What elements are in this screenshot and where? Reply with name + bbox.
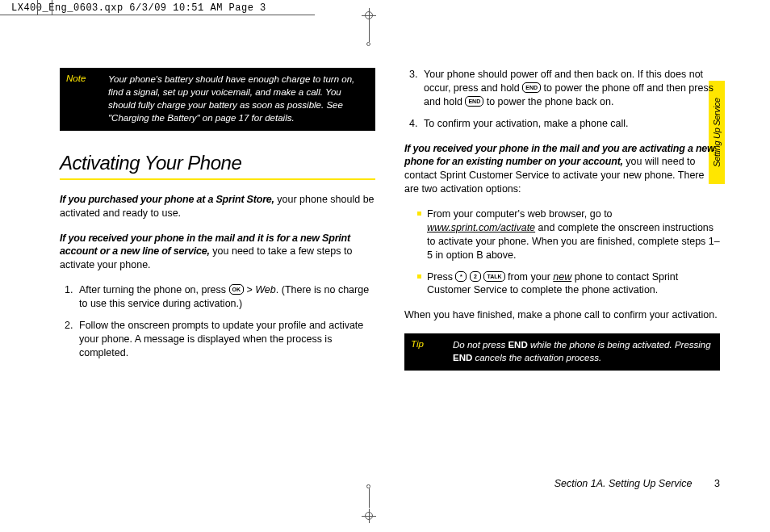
lead-emphasis: If you purchased your phone at a Sprint … (60, 194, 274, 205)
page-spread: Note Your phone's battery should have en… (60, 68, 720, 488)
key-icon: * (455, 271, 467, 282)
tip-text: Do not press END while the phone is bein… (453, 338, 714, 364)
menu-item: Web (255, 284, 275, 295)
footer-section: Section 1A. Setting Up Service (554, 478, 693, 489)
bullet-list: From your computer's web browser, go to … (404, 207, 720, 297)
bullet-text: Press (427, 271, 455, 283)
crop-mark (369, 23, 370, 42)
tip-text-part: cancels the activation process. (472, 353, 601, 362)
key-icon: END (522, 82, 541, 93)
step-text: > (244, 284, 255, 295)
step-item: Your phone should power off and then bac… (421, 68, 720, 109)
qxp-header: LX400_Eng_0603.qxp 6/3/09 10:51 AM Page … (0, 0, 770, 16)
bullet-item: From your computer's web browser, go to … (417, 207, 720, 262)
page-number: 3 (714, 478, 720, 489)
ordered-steps: Your phone should power off and then bac… (404, 68, 720, 131)
crop-mark (0, 15, 315, 15)
step-text: to power the phone back on. (483, 96, 613, 107)
note-callout: Note Your phone's battery should have en… (60, 68, 375, 131)
paragraph: When you have finished, make a phone cal… (404, 308, 720, 322)
bullet-item: Press * 2 TALK from your new phone to co… (417, 270, 720, 298)
bullet-text: From your computer's web browser, go to (427, 208, 613, 220)
tip-label: Tip (411, 338, 445, 364)
key-label: END (508, 340, 527, 350)
key-icon: TALK (483, 271, 504, 282)
note-label: Note (66, 73, 100, 124)
tip-text-part: Do not press (453, 340, 508, 350)
key-label: END (453, 353, 472, 362)
crop-mark (37, 0, 38, 15)
key-icon: END (465, 96, 483, 107)
crop-mark (366, 42, 370, 46)
url-link: www.sprint.com/activate (427, 222, 535, 233)
paragraph: If you received your phone in the mail a… (60, 232, 375, 273)
right-column: Your phone should power off and then bac… (404, 68, 720, 488)
emphasis-new: new (553, 271, 571, 283)
note-text: Your phone's battery should have enough … (108, 73, 369, 124)
section-heading: Activating Your Phone (60, 150, 375, 179)
key-icon: 2 (470, 271, 481, 282)
step-text: After turning the phone on, press (79, 284, 229, 295)
paragraph: If you received your phone in the mail a… (404, 142, 720, 197)
bullet-text: from your (505, 271, 554, 283)
step-text: To confirm your activation, make a phone… (424, 118, 629, 129)
ordered-steps: After turning the phone on, press OK > W… (60, 283, 375, 359)
step-text: Follow the onscreen prompts to update yo… (79, 320, 363, 358)
crop-mark (52, 0, 52, 15)
step-item: Follow the onscreen prompts to update yo… (76, 319, 375, 360)
left-column: Note Your phone's battery should have en… (60, 68, 375, 488)
paragraph: If you purchased your phone at a Sprint … (60, 193, 375, 220)
key-icon: OK (229, 284, 245, 295)
tip-text-part: while the phone is being activated. Pres… (528, 340, 711, 350)
step-item: After turning the phone on, press OK > W… (76, 283, 375, 311)
step-item: To confirm your activation, make a phone… (421, 117, 720, 131)
crop-mark (369, 488, 370, 508)
page-footer: Section 1A. Setting Up Service 3 (554, 477, 720, 491)
tip-callout: Tip Do not press END while the phone is … (404, 333, 720, 371)
